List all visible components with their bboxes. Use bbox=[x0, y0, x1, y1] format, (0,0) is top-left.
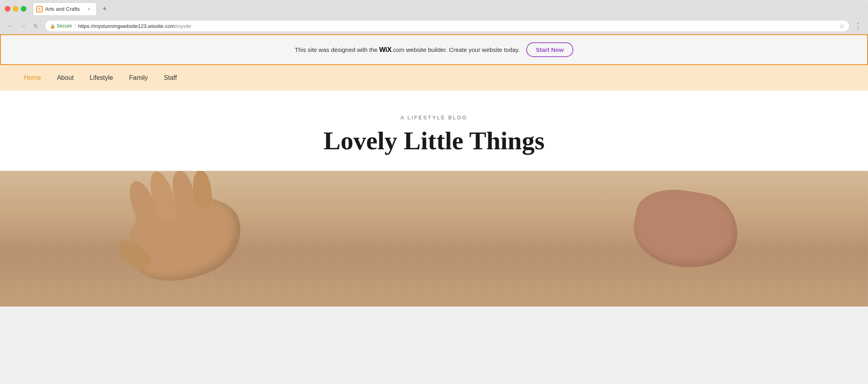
nav-item-family[interactable]: Family bbox=[129, 73, 148, 83]
more-options-button[interactable]: ⋮ bbox=[853, 22, 863, 30]
hero-image bbox=[0, 171, 868, 307]
wix-brand-logo: WiX bbox=[379, 46, 391, 53]
banner-text: This site was designed with the WiX.com … bbox=[295, 46, 520, 54]
lock-icon: 🔒 bbox=[50, 24, 55, 29]
back-button[interactable]: ← bbox=[5, 20, 16, 32]
url-display: https://mystunningwebsite123.wixsite.com… bbox=[78, 23, 191, 29]
site-navigation: Home About Lifestyle Family Staff bbox=[0, 65, 868, 91]
hero-subtitle: A LIFESTYLE BLOG bbox=[10, 115, 858, 121]
tab-title: Arts and Crafts bbox=[45, 6, 80, 12]
hands-overlay bbox=[0, 171, 868, 307]
nav-item-about[interactable]: About bbox=[57, 73, 74, 83]
tab-close-button[interactable]: × bbox=[86, 6, 92, 12]
bookmark-button[interactable]: ☆ bbox=[839, 22, 844, 30]
title-bar: ✕ Arts and Crafts × + bbox=[0, 0, 868, 18]
browser-tab[interactable]: ✕ Arts and Crafts × bbox=[33, 2, 97, 15]
hand-left bbox=[122, 185, 250, 291]
url-path: /mysite bbox=[175, 23, 191, 29]
forward-button[interactable]: → bbox=[18, 20, 29, 32]
url-separator: | bbox=[74, 23, 76, 29]
url-base: https://mystunningwebsite123.wixsite.com bbox=[78, 23, 175, 29]
start-now-button[interactable]: Start Now bbox=[526, 42, 573, 57]
tab-favicon-icon: ✕ bbox=[36, 6, 43, 12]
site-content: Home About Lifestyle Family Staff A LIFE… bbox=[0, 65, 868, 307]
address-bar-row: ← → ↻ 🔒 Secure | https://mystunningwebsi… bbox=[0, 18, 868, 34]
nav-buttons: ← → ↻ bbox=[5, 20, 42, 32]
minimize-window-button[interactable] bbox=[13, 6, 18, 12]
hero-title: Lovely Little Things bbox=[10, 127, 858, 155]
secure-badge: 🔒 Secure bbox=[50, 23, 72, 29]
secure-label: Secure bbox=[57, 23, 72, 29]
nav-item-lifestyle[interactable]: Lifestyle bbox=[90, 73, 113, 83]
banner-text-after: .com website builder. Create your websit… bbox=[391, 46, 520, 53]
new-tab-button[interactable]: + bbox=[99, 3, 110, 14]
traffic-lights bbox=[5, 6, 26, 12]
close-window-button[interactable] bbox=[5, 6, 10, 12]
nav-item-home[interactable]: Home bbox=[24, 73, 41, 83]
wix-banner: This site was designed with the WiX.com … bbox=[0, 34, 868, 65]
banner-text-before: This site was designed with the bbox=[295, 46, 379, 53]
refresh-button[interactable]: ↻ bbox=[30, 20, 42, 32]
hero-section: A LIFESTYLE BLOG Lovely Little Things bbox=[0, 91, 868, 171]
address-bar[interactable]: 🔒 Secure | https://mystunningwebsite123.… bbox=[45, 20, 850, 32]
maximize-window-button[interactable] bbox=[21, 6, 26, 12]
nav-item-staff[interactable]: Staff bbox=[164, 73, 177, 83]
hand-right bbox=[628, 183, 743, 275]
tab-bar: ✕ Arts and Crafts × + bbox=[33, 2, 863, 15]
browser-window: ✕ Arts and Crafts × + ← → ↻ 🔒 Secure | h… bbox=[0, 0, 868, 307]
thumb-left bbox=[115, 234, 154, 274]
